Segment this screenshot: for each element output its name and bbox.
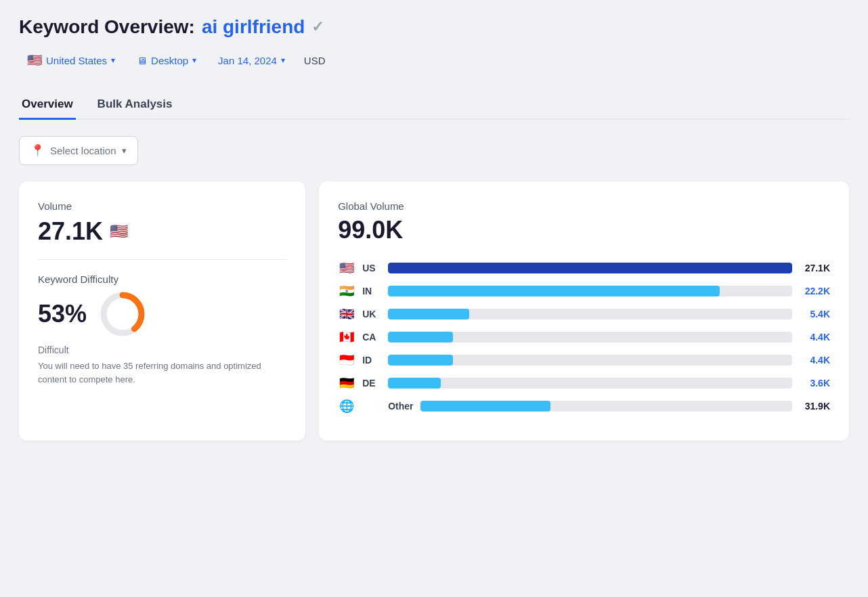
device-chevron-icon: ▾ (192, 56, 196, 65)
country-code-DE: DE (362, 378, 381, 389)
bar-fill-Other (420, 401, 550, 412)
kd-label: Keyword Difficulty (38, 273, 286, 285)
country-flag-IN: 🇮🇳 (338, 284, 355, 298)
country-value-Other: 31.9K (799, 401, 830, 412)
bar-fill-IN (388, 286, 719, 296)
tabs-row: Overview Bulk Analysis (19, 91, 849, 120)
country-flag-DE: 🇩🇪 (338, 376, 355, 391)
filters-row: 🇺🇸 United States ▾ 🖥 Desktop ▾ Jan 14, 2… (19, 49, 849, 72)
bar-fill-ID (388, 355, 452, 366)
device-icon: 🖥 (137, 55, 147, 66)
country-value-IN: 22.2K (799, 286, 830, 296)
location-placeholder: Select location (50, 145, 116, 156)
country-flag: 🇺🇸 (27, 53, 42, 68)
kd-percent: 53% (38, 300, 87, 328)
location-chevron-icon: ▾ (122, 146, 127, 156)
country-value-UK: 5.4K (799, 309, 830, 319)
bar-fill-UK (388, 309, 469, 319)
kd-donut-chart (99, 290, 146, 338)
bar-fill-US (388, 263, 792, 273)
country-row: 🇮🇩 ID 4.4K (338, 353, 830, 368)
country-label: United States (46, 55, 107, 66)
country-row: 🇩🇪 DE 3.6K (338, 376, 830, 391)
country-code-US: US (362, 263, 381, 273)
date-label: Jan 14, 2024 (218, 55, 277, 66)
country-value-US: 27.1K (799, 263, 830, 273)
device-filter[interactable]: 🖥 Desktop ▾ (129, 51, 204, 70)
bar-fill-DE (388, 378, 441, 389)
keyword-text: ai girlfriend (202, 16, 305, 38)
country-flag-ID: 🇮🇩 (338, 353, 355, 368)
device-label: Desktop (151, 55, 188, 66)
tab-bulk-analysis[interactable]: Bulk Analysis (95, 91, 175, 120)
volume-label: Volume (38, 200, 286, 212)
country-flag-CA: 🇨🇦 (338, 330, 355, 345)
bar-track-ID (388, 355, 792, 366)
location-pin-icon: 📍 (30, 143, 45, 158)
kd-section: Keyword Difficulty 53% Difficult You wil… (38, 273, 286, 386)
page-title: Keyword Overview: ai girlfriend ✓ (19, 16, 849, 38)
country-flag-US: 🇺🇸 (338, 261, 355, 275)
volume-number: 27.1K (38, 217, 103, 246)
country-code-IN: IN (362, 286, 381, 296)
tab-overview[interactable]: Overview (19, 91, 76, 120)
countries-list: 🇺🇸 US 27.1K 🇮🇳 IN 22.2K 🇬🇧 UK 5.4K 🇨🇦 CA… (338, 261, 830, 414)
kd-tag: Difficult (38, 345, 286, 355)
bar-track-Other (420, 401, 793, 412)
global-volume-card: Global Volume 99.0K 🇺🇸 US 27.1K 🇮🇳 IN 22… (319, 181, 849, 441)
gv-label: Global Volume (338, 200, 830, 212)
bar-track-CA (388, 332, 792, 342)
title-prefix: Keyword Overview: (19, 16, 195, 38)
country-code-UK: UK (362, 309, 381, 319)
country-row: 🇺🇸 US 27.1K (338, 261, 830, 275)
divider (38, 259, 286, 260)
country-value-CA: 4.4K (799, 332, 830, 342)
bar-fill-CA (388, 332, 452, 342)
date-chevron-icon: ▾ (281, 56, 285, 65)
country-code-ID: ID (362, 355, 381, 366)
country-row: 🇬🇧 UK 5.4K (338, 307, 830, 322)
currency-label: USD (299, 51, 331, 70)
bar-track-DE (388, 378, 792, 389)
volume-value-row: 27.1K 🇺🇸 (38, 217, 286, 246)
country-value-DE: 3.6K (799, 378, 830, 389)
bar-track-US (388, 263, 792, 273)
country-row: 🇨🇦 CA 4.4K (338, 330, 830, 345)
bar-track-IN (388, 286, 792, 296)
country-flag-Other: 🌐 (338, 399, 355, 414)
date-filter[interactable]: Jan 14, 2024 ▾ (210, 51, 293, 70)
page-header: Keyword Overview: ai girlfriend ✓ (19, 16, 849, 38)
country-code-CA: CA (362, 332, 381, 342)
kd-row: 53% (38, 290, 286, 338)
country-row: 🇮🇳 IN 22.2K (338, 284, 830, 298)
country-filter[interactable]: 🇺🇸 United States ▾ (19, 49, 123, 72)
kd-description: You will need to have 35 referring domai… (38, 359, 286, 386)
verified-icon: ✓ (311, 18, 324, 36)
country-value-ID: 4.4K (799, 355, 830, 366)
volume-card: Volume 27.1K 🇺🇸 Keyword Difficulty 53% D… (19, 181, 305, 441)
cards-row: Volume 27.1K 🇺🇸 Keyword Difficulty 53% D… (19, 181, 849, 441)
bar-track-UK (388, 309, 792, 319)
gv-value: 99.0K (338, 216, 830, 244)
country-flag-UK: 🇬🇧 (338, 307, 355, 322)
volume-flag: 🇺🇸 (110, 223, 128, 240)
location-selector[interactable]: 📍 Select location ▾ (19, 136, 138, 165)
other-label: Other (388, 401, 413, 412)
country-row: 🌐 Other 31.9K (338, 399, 830, 414)
country-chevron-icon: ▾ (111, 56, 115, 65)
